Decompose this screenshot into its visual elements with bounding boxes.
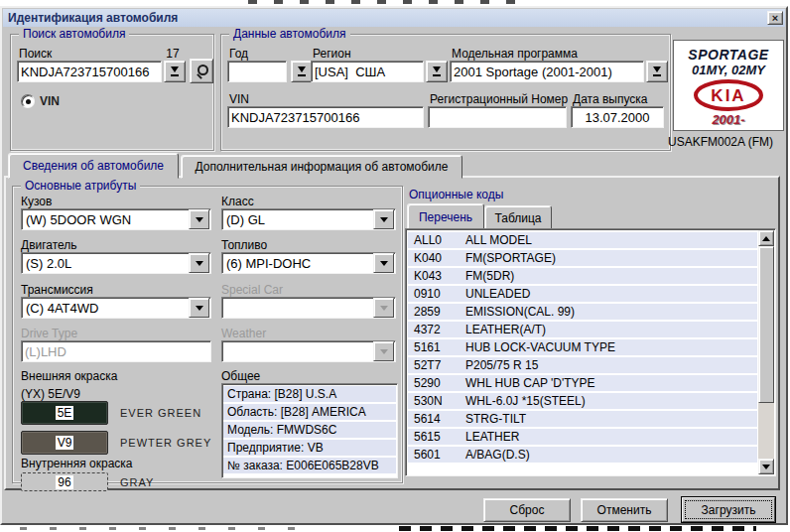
region-dropdown-button[interactable] (426, 61, 448, 82)
region-label: Регион (313, 47, 351, 61)
option-code: 2859 (408, 305, 465, 319)
color-name: EVER GREEN (120, 407, 201, 419)
registration-number-input[interactable] (428, 106, 567, 128)
cancel-button[interactable]: Отменить (581, 498, 668, 522)
vin-radio[interactable]: VIN (21, 94, 60, 108)
tab-additional-info-label: Дополнительная информация об автомобиле (196, 160, 449, 174)
weather-label: Weather (221, 327, 266, 340)
option-code: K043 (408, 269, 465, 283)
general-listbox[interactable]: Страна: [B28] U.S.A Область: [B28] AMERI… (221, 383, 398, 478)
transmission-combo[interactable]: (C) 4AT4WD (21, 297, 211, 319)
dialog-titlebar[interactable]: Идентификация автомобиля × (3, 9, 785, 27)
option-codes-list[interactable]: ALL0 ALL MODEL K040 FM(SPORTAGE) K043 FM… (405, 228, 776, 476)
fuel-value: (6) MPI-DOHC (222, 256, 373, 271)
color-code: 96 (56, 475, 72, 489)
option-code-row[interactable]: 52T7 P205/75 R 15 (408, 357, 757, 373)
reset-button[interactable]: Сброс (483, 498, 571, 522)
option-code-row[interactable]: ALL0 ALL MODEL (408, 232, 757, 248)
chevron-down-icon (196, 306, 203, 311)
class-combo[interactable]: (D) GL (221, 208, 396, 230)
search-group: Поиск автомобиля Поиск 17 VIN (10, 34, 214, 151)
logo-model-name: SPORTAGE (674, 47, 783, 63)
option-code: K040 (408, 251, 465, 265)
dropdown-arrow-icon (298, 66, 307, 76)
option-code-row[interactable]: 5614 STRG-TILT (408, 411, 757, 427)
engine-combo[interactable]: (S) 2.0L (21, 252, 211, 274)
general-row: Предприятие: VB (223, 440, 396, 456)
logo-model-years: 01MY, 02MY (674, 63, 783, 77)
option-code-row[interactable]: 5601 A/BAG(D.S) (408, 447, 757, 463)
combo-arrow-button[interactable] (189, 298, 209, 318)
combo-arrow-button[interactable] (189, 209, 209, 229)
background-window-fragment-bottom (0, 525, 790, 532)
chevron-down-icon (380, 349, 388, 354)
fuel-combo[interactable]: (6) MPI-DOHC (221, 252, 396, 274)
color-swatch: 5E (21, 401, 108, 425)
option-description: FM(5DR) (465, 269, 757, 283)
vin-input[interactable] (227, 106, 424, 128)
scroll-down-button[interactable] (758, 459, 774, 474)
general-row: Модель: FMWDS6C (223, 422, 396, 438)
color-swatch: 96 (21, 472, 108, 491)
year-label: Год (229, 47, 248, 61)
vehicle-info-tab-page: Основные атрибуты Кузов (W) 5DOOR WGN Кл… (4, 176, 780, 490)
option-code-row[interactable]: 530N WHL-6.0J *15(STEEL) (408, 393, 757, 409)
general-label: Общее (221, 369, 260, 383)
special-car-combo (221, 297, 396, 319)
region-input[interactable] (311, 61, 424, 82)
combo-arrow-button[interactable] (373, 253, 394, 273)
option-description: P205/75 R 15 (465, 358, 757, 372)
option-code-row[interactable]: K040 FM(SPORTAGE) (408, 250, 757, 266)
search-button[interactable] (190, 59, 213, 83)
option-description: FM(SPORTAGE) (465, 251, 757, 265)
tab-additional-info[interactable]: Дополнительная информация об автомобиле (181, 155, 462, 179)
body-label: Кузов (21, 195, 52, 208)
dropdown-arrow-icon (653, 66, 662, 76)
load-button[interactable]: Загрузить (681, 496, 776, 523)
option-code-row[interactable]: 5161 HUB LOCK-VACUUM TYPE (408, 339, 757, 355)
option-code-row[interactable]: 5615 LEATHER (408, 429, 757, 445)
option-code-row[interactable]: 5290 WHL HUB CAP 'D'TYPE (408, 375, 757, 391)
exterior-paint-code: (YX) 5E/V9 (21, 387, 80, 401)
option-code-row[interactable]: K043 FM(5DR) (408, 268, 757, 284)
tab-option-list[interactable]: Перечень (407, 203, 484, 231)
close-button[interactable]: × (767, 11, 783, 25)
option-code: 52T7 (408, 358, 465, 372)
combo-arrow-button (373, 298, 394, 318)
scroll-up-button[interactable] (758, 230, 774, 246)
model-program-label: Модельная программа (452, 47, 578, 61)
screen: Идентификация автомобиля × Поиск автомоб… (0, 0, 790, 532)
chevron-down-icon (380, 217, 388, 222)
registration-number-label: Регистрационный Номер (430, 92, 568, 106)
release-date-label: Дата выпуска (573, 92, 647, 106)
option-code: 530N (408, 394, 465, 408)
scrollbar[interactable] (758, 230, 774, 474)
vin-label: VIN (229, 92, 249, 106)
tab-option-table-label: Таблица (494, 211, 541, 225)
tab-vehicle-info[interactable]: Сведения об автомобиле (8, 153, 179, 179)
option-code: 0910 (408, 287, 465, 301)
color-name: PEWTER GREY (120, 437, 211, 449)
search-dropdown-button[interactable] (164, 61, 186, 82)
year-input[interactable] (227, 61, 287, 82)
model-program-input[interactable] (450, 61, 644, 82)
combo-arrow-button[interactable] (189, 253, 209, 273)
svg-text:KIA: KIA (711, 86, 745, 105)
option-code-row[interactable]: 0910 UNLEADED (408, 286, 757, 302)
scrollbar-thumb[interactable] (758, 246, 774, 403)
year-dropdown-button[interactable] (291, 61, 313, 82)
load-button-label: Загрузить (702, 503, 756, 517)
option-description: A/BAG(D.S) (465, 448, 757, 462)
combo-arrow-button[interactable] (373, 209, 394, 229)
release-date-input[interactable] (571, 106, 664, 128)
option-code: 5614 (408, 412, 465, 426)
dropdown-arrow-icon (433, 66, 442, 76)
option-code-row[interactable]: 4372 LEATHER(A/T) (408, 322, 757, 337)
body-combo[interactable]: (W) 5DOOR WGN (21, 208, 211, 230)
special-car-label: Special Car (221, 283, 283, 297)
option-code-row[interactable]: 2859 EMISSION(CAL. 99) (408, 304, 757, 320)
model-program-dropdown-button[interactable] (646, 61, 668, 82)
color-name: GRAY (120, 476, 154, 488)
main-attributes-title: Основные атрибуты (21, 179, 140, 193)
search-input[interactable] (17, 61, 162, 82)
